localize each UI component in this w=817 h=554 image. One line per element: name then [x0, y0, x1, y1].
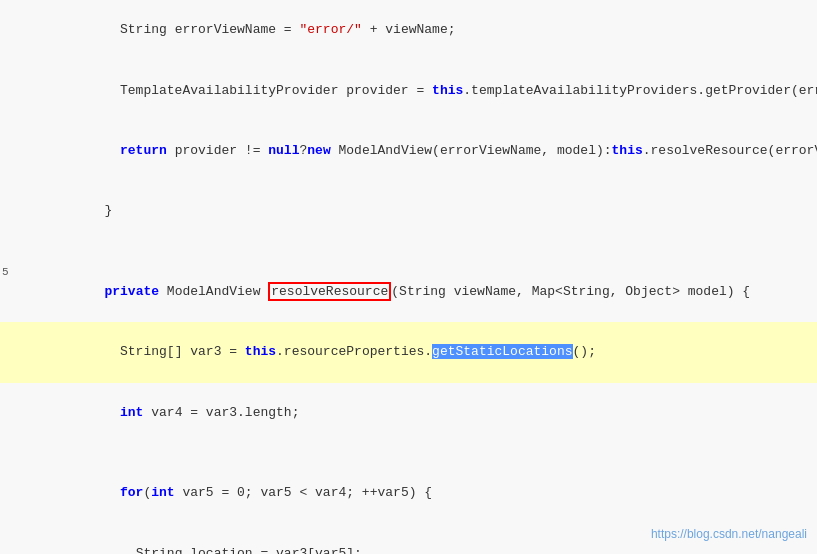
- code-editor: String errorViewName = "error/" + viewNa…: [0, 0, 817, 554]
- line-content-8: int var4 = var3.length;: [38, 383, 817, 443]
- gutter-6: 5: [0, 264, 8, 281]
- code-line-1: String errorViewName = "error/" + viewNa…: [0, 0, 817, 60]
- selected-method: getStaticLocations: [432, 344, 572, 359]
- code-line-8: int var4 = var3.length;: [0, 383, 817, 443]
- code-line-5: [0, 242, 817, 262]
- line-content-9: [38, 443, 817, 463]
- line-content-4: }: [38, 181, 817, 241]
- watermark: https://blog.csdn.net/nangeali: [651, 525, 807, 544]
- code-line-9: [0, 443, 817, 463]
- line-content-2: TemplateAvailabilityProvider provider = …: [38, 60, 817, 120]
- method-highlight-box: resolveResource: [268, 282, 391, 301]
- code-line-10: for(int var5 = 0; var5 < var4; ++var5) {: [0, 463, 817, 523]
- line-content-10: for(int var5 = 0; var5 < var4; ++var5) {: [38, 463, 817, 523]
- line-content-5: [38, 242, 817, 262]
- code-line-2: TemplateAvailabilityProvider provider = …: [0, 60, 817, 120]
- code-line-6: 5 private ModelAndView resolveResource(S…: [0, 262, 817, 322]
- line-content-3: return provider != null?new ModelAndView…: [38, 121, 817, 181]
- code-line-7: String[] var3 = this.resourceProperties.…: [0, 322, 817, 382]
- line-content-7: String[] var3 = this.resourceProperties.…: [38, 322, 817, 382]
- line-content-6: private ModelAndView resolveResource(Str…: [38, 262, 817, 322]
- code-line-4: }: [0, 181, 817, 241]
- line-content-1: String errorViewName = "error/" + viewNa…: [38, 0, 817, 60]
- code-line-3: return provider != null?new ModelAndView…: [0, 121, 817, 181]
